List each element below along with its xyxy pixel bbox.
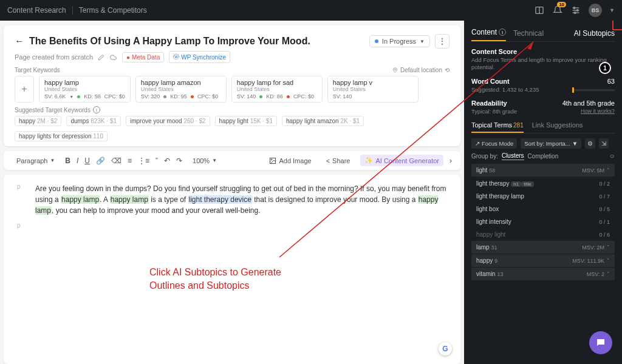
paragraph-tag: p: [17, 183, 24, 216]
chevron-down-icon: ▼: [420, 39, 425, 44]
annotation-text: Click AI Subtopics to Generate Outlines …: [149, 266, 281, 293]
suggested-pill[interactable]: happy light amazon 2K · $1: [282, 116, 364, 126]
status-pill[interactable]: In Progress▼: [369, 35, 430, 47]
gear-icon[interactable]: ⚙: [585, 138, 595, 149]
keyword-cards: + happy lamp United States SV: 6.6K▼KD: …: [15, 76, 449, 103]
term-item[interactable]: light therapy h1title0 / 2: [471, 177, 615, 190]
svg-point-10: [271, 159, 272, 160]
keyword-card[interactable]: happy lamp v United States SV: 140: [327, 76, 419, 103]
term-item[interactable]: light therapy lamp 0 / 7: [471, 190, 615, 203]
group-clusters[interactable]: Clusters: [502, 152, 524, 160]
sort-by-dropdown[interactable]: Sort by: Importa... ▼: [521, 138, 581, 149]
term-cluster-header[interactable]: lamp 31MSV: 2M ˅: [471, 241, 615, 254]
group-completion[interactable]: Completion: [528, 153, 559, 160]
more-button[interactable]: ⋮: [435, 34, 449, 49]
side-panel: 1 Contenti Technical AI Subtopics Conten…: [464, 21, 622, 364]
avatar[interactable]: BS: [589, 4, 602, 17]
top-bar: Content Research Terms & Competitors 10 …: [0, 0, 622, 21]
focus-mode-button[interactable]: ↗ Focus Mode: [471, 138, 517, 149]
location-selector[interactable]: Default location ⟲: [392, 67, 449, 73]
term-cluster-header[interactable]: vitamin 13MSV: 2 ˅: [471, 268, 615, 280]
keyword-card[interactable]: happy lamp for sad United States SV: 140…: [231, 76, 323, 103]
readability-label: Readability: [471, 99, 507, 107]
edit-icon[interactable]: [98, 54, 104, 61]
add-image-button[interactable]: Add Image: [265, 155, 315, 166]
collapse-all-icon[interactable]: ︽︾: [610, 153, 615, 160]
status-dot-icon: [375, 39, 378, 43]
tab-content[interactable]: Contenti: [471, 28, 506, 41]
ol-icon[interactable]: ≡: [128, 157, 132, 165]
redo-icon[interactable]: ↷: [176, 157, 182, 165]
ai-content-generator-button[interactable]: ✨ AI Content Generator: [360, 155, 443, 166]
breadcrumb: Content Research Terms & Competitors: [7, 6, 147, 15]
word-count-label: Word Count: [471, 78, 510, 85]
term-cluster-header[interactable]: happy 9MSV: 111.9K ˅: [471, 254, 615, 267]
term-item[interactable]: light intensity 0 / 1: [471, 215, 615, 228]
share-button[interactable]: <Share: [322, 155, 355, 166]
term-item[interactable]: happy light 0 / 6: [471, 228, 615, 241]
underline-icon[interactable]: U: [84, 157, 90, 165]
divider: [72, 6, 73, 15]
info-icon: i: [499, 29, 506, 36]
target-keywords-label: Target Keywords: [15, 67, 60, 73]
wp-sync-button[interactable]: ⓦWP Synchronize: [169, 51, 230, 63]
readability-value: 4th and 5th grade: [562, 99, 615, 107]
suggested-pill[interactable]: dumps 823K · $1: [66, 116, 121, 126]
bold-icon[interactable]: B: [65, 157, 70, 165]
tab-technical[interactable]: Technical: [513, 29, 544, 41]
readability-sub: Typical: 8th grade: [471, 108, 517, 115]
content-score-label: Content Score: [471, 48, 615, 55]
word-count-sub: Suggested: 1,432 to 4,235: [471, 86, 539, 93]
ul-icon[interactable]: ⋮≡: [138, 157, 149, 165]
bell-icon[interactable]: 10: [552, 5, 563, 16]
term-cluster-header[interactable]: light 58MSV: 5M ˄: [471, 164, 615, 177]
content-area[interactable]: p Are you feeling down in the dumps? Do …: [4, 175, 460, 364]
editor-pane: ← The Benefits Of Using A Happy Lamp To …: [0, 21, 464, 364]
meta-data-button[interactable]: ●Meta Data: [122, 52, 164, 62]
word-count-value: 63: [607, 78, 615, 85]
next-icon[interactable]: ›: [449, 157, 452, 165]
breadcrumb-a[interactable]: Content Research: [7, 6, 66, 15]
paragraph-dropdown[interactable]: Paragraph ▼: [12, 155, 59, 166]
paragraph-text[interactable]: Are you feeling down in the dumps? Do yo…: [35, 183, 447, 216]
link-icon[interactable]: 🔗: [96, 157, 105, 165]
italic-icon[interactable]: I: [77, 157, 78, 165]
info-icon[interactable]: i: [93, 106, 100, 113]
suggested-pill[interactable]: happy light 15K · $1: [215, 116, 277, 126]
editor-toolbar: Paragraph ▼ B I U 🔗 ⌫ ≡ ⋮≡ ” ↶ ↷ 100% ▼ …: [4, 151, 460, 170]
suggested-keywords-label: Suggested Target Keywords: [15, 107, 91, 113]
keyword-card[interactable]: happy lamp United States SV: 6.6K▼KD: 58…: [39, 76, 131, 103]
suggested-pill[interactable]: happy lights for depression 110: [15, 131, 108, 141]
settings-icon[interactable]: [570, 5, 581, 16]
paragraph-tag: p: [17, 222, 24, 229]
tab-link-suggestions[interactable]: Link Suggestions: [532, 121, 583, 133]
back-arrow-icon[interactable]: ←: [15, 36, 24, 47]
terms-list: light 58MSV: 5M ˄light therapy h1title0 …: [471, 164, 615, 280]
tab-ai-subtopics[interactable]: AI Subtopics: [574, 29, 615, 41]
add-keyword-button[interactable]: +: [15, 76, 34, 103]
refresh-icon[interactable]: ⟲: [445, 67, 449, 73]
location-icon: [392, 67, 398, 73]
svg-point-8: [394, 69, 395, 70]
how-it-works-link[interactable]: How it works?: [581, 108, 615, 114]
suggested-pill[interactable]: happy 2M · $2: [15, 116, 61, 126]
term-item[interactable]: light box 0 / 5: [471, 203, 615, 215]
cloud-icon[interactable]: [109, 54, 117, 61]
zoom-dropdown[interactable]: 100% ▼: [188, 155, 221, 166]
google-icon[interactable]: G: [439, 342, 452, 356]
suggested-keywords-row: happy 2M · $2 dumps 823K · $1 improve yo…: [15, 116, 449, 141]
undo-icon[interactable]: ↶: [164, 157, 170, 165]
quote-icon[interactable]: ”: [156, 157, 158, 165]
breadcrumb-b[interactable]: Terms & Competitors: [79, 6, 147, 15]
tab-topical-terms[interactable]: Topical Terms281: [471, 121, 524, 133]
avatar-caret-icon[interactable]: ▼: [609, 7, 615, 13]
clear-icon[interactable]: ⌫: [111, 157, 121, 165]
step-badge: 1: [599, 62, 611, 74]
chat-fab[interactable]: [589, 331, 612, 354]
suggested-pill[interactable]: improve your mood 260 · $2: [126, 116, 210, 126]
group-by-label: Group by:: [471, 153, 498, 160]
export-icon[interactable]: ⇲: [599, 138, 609, 149]
keyword-card[interactable]: happy lamp amazon United States SV: 320K…: [135, 76, 227, 103]
library-icon[interactable]: [534, 5, 545, 16]
subtitle: Page created from scratch: [15, 53, 93, 61]
